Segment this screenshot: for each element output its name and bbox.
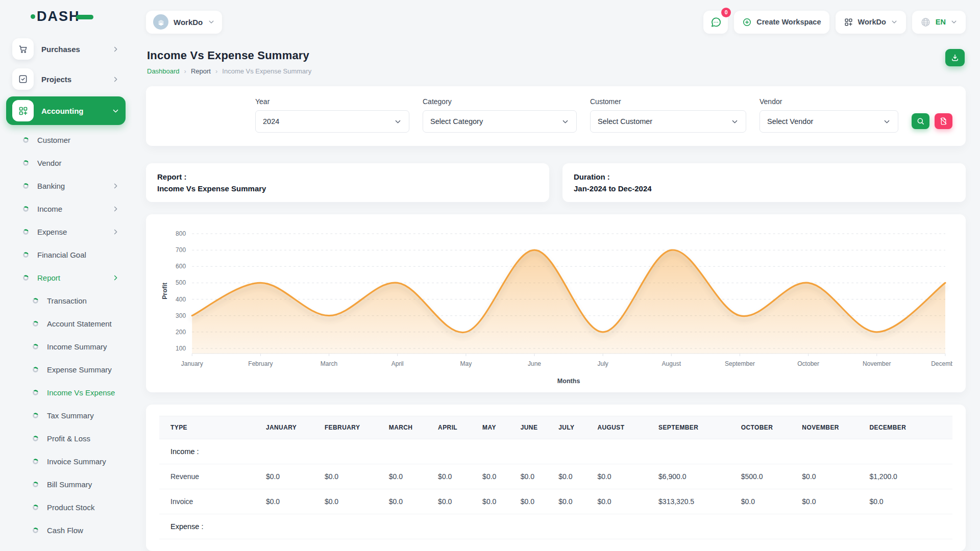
svg-text:500: 500 bbox=[176, 279, 186, 286]
sidebar-item-report[interactable]: Report bbox=[6, 266, 126, 289]
workspace-switcher-label: WorkDo bbox=[858, 18, 886, 26]
reset-filter-button[interactable] bbox=[935, 113, 952, 129]
sidebar-item-expense-summary[interactable]: Expense Summary bbox=[6, 358, 126, 381]
sidebar-item-bill-summary[interactable]: Bill Summary bbox=[6, 473, 126, 496]
svg-text:May: May bbox=[460, 360, 472, 367]
chevron-down-icon bbox=[891, 18, 898, 26]
donut-bullet-icon bbox=[23, 275, 29, 281]
report-card-value: Income Vs Expense Summary bbox=[157, 184, 538, 193]
cart-icon bbox=[12, 38, 34, 60]
sidebar-item-account-statement[interactable]: Account Statement bbox=[6, 312, 126, 335]
breadcrumb-item-income-vs-expense-summary: Income Vs Expense Summary bbox=[222, 67, 311, 75]
chevron-down-icon bbox=[883, 118, 891, 126]
year-select-value: 2024 bbox=[263, 117, 279, 126]
column-header-september: SEPTEMBER bbox=[653, 416, 736, 439]
sidebar-item-product-stock[interactable]: Product Stock bbox=[6, 496, 126, 519]
row-type: Invoice bbox=[159, 489, 261, 514]
value-cell: $0.0 bbox=[516, 464, 554, 489]
plus-circle-icon bbox=[742, 17, 752, 27]
filter-actions bbox=[912, 113, 952, 133]
breadcrumb-item-dashboard[interactable]: Dashboard bbox=[147, 67, 180, 75]
value-cell: $0.0 bbox=[553, 464, 592, 489]
sidebar-item-cash-flow[interactable]: Cash Flow bbox=[6, 519, 126, 542]
logo-row: DASH bbox=[6, 0, 126, 33]
logo-dash-icon bbox=[76, 15, 93, 19]
breadcrumb-item-report[interactable]: Report bbox=[191, 67, 211, 75]
donut-bullet-icon bbox=[23, 229, 29, 235]
sidebar-item-customer[interactable]: Customer bbox=[6, 129, 126, 152]
breadcrumb-separator: › bbox=[215, 67, 217, 75]
column-header-type: TYPE bbox=[159, 416, 261, 439]
value-cell: $1,200.0 bbox=[864, 464, 952, 489]
sidebar-item-accounting[interactable]: Accounting bbox=[6, 96, 126, 125]
value-cell: $0.0 bbox=[433, 489, 477, 514]
filter-field-year: Year2024 bbox=[255, 97, 409, 133]
column-header-july: JULY bbox=[553, 416, 592, 439]
sidebar-item-label: Income bbox=[37, 205, 103, 213]
svg-text:Months: Months bbox=[557, 378, 580, 385]
sidebar-item-banking[interactable]: Banking bbox=[6, 174, 126, 197]
chat-bubble-icon bbox=[710, 16, 722, 28]
donut-bullet-icon bbox=[33, 413, 38, 418]
value-cell: $0.0 bbox=[433, 464, 477, 489]
language-button[interactable]: EN bbox=[912, 11, 966, 34]
category-select[interactable]: Select Category bbox=[423, 110, 577, 133]
year-select[interactable]: 2024 bbox=[255, 110, 409, 133]
empty-cell bbox=[797, 439, 864, 464]
language-label: EN bbox=[936, 18, 946, 26]
svg-text:February: February bbox=[248, 360, 273, 367]
sidebar-item-transaction[interactable]: Transaction bbox=[6, 289, 126, 312]
logo-text: DASH bbox=[37, 9, 80, 24]
sidebar-item-label: Income Vs Expense bbox=[47, 388, 119, 397]
main-content: WorkDo 0 Create Workspace bbox=[132, 0, 980, 551]
app-logo[interactable]: DASH bbox=[31, 9, 93, 24]
empty-cell bbox=[320, 514, 384, 539]
filter-field-vendor: VendorSelect Vendor bbox=[760, 97, 898, 133]
search-icon bbox=[916, 117, 925, 126]
chevron-right-icon bbox=[112, 205, 119, 213]
donut-bullet-icon bbox=[23, 160, 29, 166]
workspace-switcher-button[interactable]: WorkDo bbox=[836, 11, 906, 34]
table-row-invoice: Invoice$0.0$0.0$0.0$0.0$0.0$0.0$0.0$0.0$… bbox=[159, 489, 952, 514]
sidebar-item-income[interactable]: Income bbox=[6, 197, 126, 220]
sidebar-item-label: Banking bbox=[37, 182, 103, 190]
sidebar-item-profit-loss[interactable]: Profit & Loss bbox=[6, 427, 126, 450]
download-report-button[interactable] bbox=[945, 49, 965, 66]
empty-cell bbox=[433, 514, 477, 539]
svg-text:June: June bbox=[528, 360, 541, 367]
sidebar-item-income-summary[interactable]: Income Summary bbox=[6, 335, 126, 358]
sidebar-item-tax-summary[interactable]: Tax Summary bbox=[6, 404, 126, 427]
empty-cell bbox=[553, 439, 592, 464]
svg-text:800: 800 bbox=[176, 230, 186, 237]
donut-bullet-icon bbox=[33, 482, 38, 487]
create-workspace-button[interactable]: Create Workspace bbox=[734, 11, 829, 34]
sidebar-item-label: Product Stock bbox=[47, 503, 119, 512]
sidebar-item-label: Account Statement bbox=[47, 319, 119, 328]
sidebar-item-expense[interactable]: Expense bbox=[6, 220, 126, 243]
chevron-down-icon bbox=[950, 18, 958, 26]
sidebar-item-income-vs-expense[interactable]: Income Vs Expense bbox=[6, 381, 126, 404]
sidebar-item-label: Report bbox=[37, 273, 103, 282]
chevron-right-icon bbox=[112, 76, 119, 83]
svg-text:400: 400 bbox=[176, 296, 186, 303]
filter-card: Year2024CategorySelect CategoryCustomerS… bbox=[146, 86, 966, 146]
sidebar-item-financial-goal[interactable]: Financial Goal bbox=[6, 243, 126, 266]
sidebar-item-vendor[interactable]: Vendor bbox=[6, 152, 126, 174]
customer-select[interactable]: Select Customer bbox=[590, 110, 746, 133]
sidebar-item-projects[interactable]: Projects bbox=[7, 65, 125, 93]
sidebar-item-purchases[interactable]: Purchases bbox=[7, 35, 125, 63]
search-button[interactable] bbox=[912, 113, 929, 129]
income-expense-chart: 800700600500400300200100JanuaryFebruaryM… bbox=[159, 227, 952, 386]
customer-select-value: Select Customer bbox=[598, 117, 652, 126]
filter-label-vendor: Vendor bbox=[760, 97, 898, 106]
sidebar-item-label: Profit & Loss bbox=[47, 434, 119, 443]
value-cell: $0.0 bbox=[384, 464, 433, 489]
vendor-select[interactable]: Select Vendor bbox=[760, 110, 898, 133]
chevron-down-icon bbox=[208, 18, 215, 26]
messages-button[interactable]: 0 bbox=[703, 11, 728, 34]
sidebar-item-invoice-summary[interactable]: Invoice Summary bbox=[6, 450, 126, 473]
duration-card-value: Jan-2024 to Dec-2024 bbox=[574, 184, 954, 193]
column-header-august: AUGUST bbox=[592, 416, 653, 439]
workspace-pill[interactable]: WorkDo bbox=[146, 11, 222, 34]
value-cell: $0.0 bbox=[516, 489, 554, 514]
